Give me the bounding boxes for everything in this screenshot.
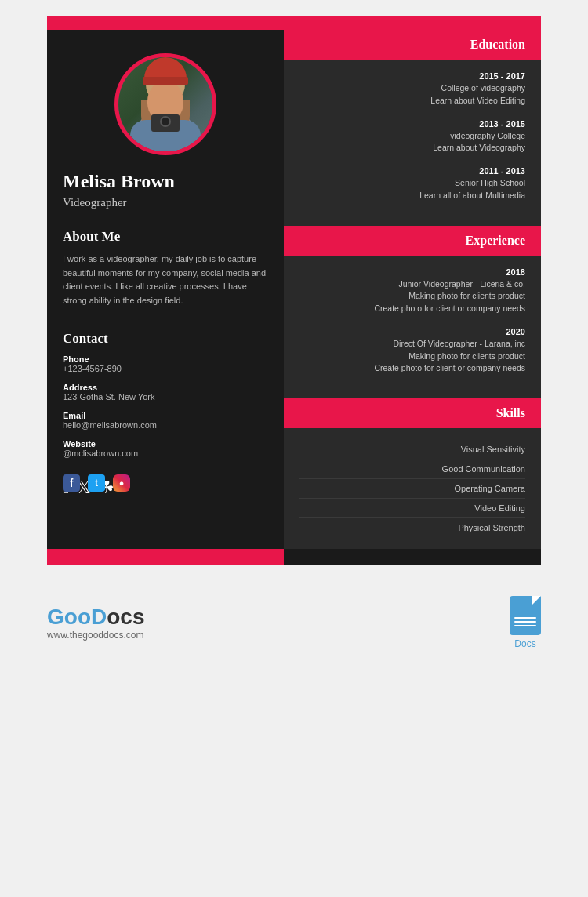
edu-desc-3: Senior High SchoolLearn all of about Mul… [299,177,525,202]
doc-line-2 [514,621,536,623]
contact-section: Contact Phone +123-4567-890 Address 123 … [63,331,268,458]
phone-value: +123-4567-890 [63,364,268,373]
exp-year-1: 2018 [299,267,525,277]
social-icons-row: f t ● [63,474,268,492]
footer-logo: GooDocs www.thegooddocs.com [47,605,144,641]
doc-icon-lines [514,617,536,629]
exp-entry-2: 2020 Direct Of Videographer - Larana, in… [299,327,525,375]
doc-line-1 [514,617,536,619]
edu-year-3: 2011 - 2013 [299,166,525,176]
resume-card: Melisa Brown Videographer About Me I wor… [47,16,541,565]
contact-title: Contact [63,331,268,347]
logo-ocs: ocs [107,605,144,629]
page-wrapper: Melisa Brown Videographer About Me I wor… [0,16,588,657]
experience-header: Experience [284,226,541,256]
profile-photo [114,53,216,155]
bottom-right-bar [284,549,541,565]
edu-year-2: 2013 - 2015 [299,119,525,129]
about-title: About Me [63,229,268,245]
doc-icon-shape [510,596,541,635]
edu-year-1: 2015 - 2017 [299,71,525,81]
bottom-section [47,549,541,565]
experience-title: Experience [466,234,525,247]
skill-2: Good Communication [299,459,525,479]
doc-line-3 [514,625,536,626]
exp-desc-2: Direct Of Videographer - Larana, incMaki… [299,338,525,375]
website-label: Website [63,439,268,448]
logo-d: D [91,605,107,629]
skills-content: Visual Sensitivity Good Communication Op… [284,428,541,549]
website-value: @mclisabrown.com [63,448,268,458]
contact-phone: Phone +123-4567-890 [63,354,268,373]
skill-4: Video Editing [299,499,525,518]
top-bar [47,16,541,30]
edu-desc-1: College of videographyLearn about Video … [299,82,525,107]
ig-icon[interactable]: ● [113,474,130,492]
footer-logo-text: GooDocs [47,605,144,630]
contact-address: Address 123 Gotha St. New York [63,383,268,401]
job-title: Videographer [63,196,268,209]
address-label: Address [63,383,268,392]
skill-5: Physical Strength [299,518,525,537]
about-text: I work as a videographer. my daily job i… [63,252,268,307]
address-value: 123 Gotha St. New York [63,392,268,401]
footer: GooDocs www.thegooddocs.com Docs [47,588,541,657]
phone-label: Phone [63,354,268,364]
skill-1: Visual Sensitivity [299,440,525,459]
edu-entry-3: 2011 - 2013 Senior High SchoolLearn all … [299,166,525,202]
education-content: 2015 - 2017 College of videographyLearn … [284,60,541,226]
footer-doc-icon-container: Docs [510,596,541,649]
email-label: Email [63,411,268,420]
skills-title: Skills [496,406,525,419]
left-column: Melisa Brown Videographer About Me I wor… [47,30,284,549]
education-title: Education [470,38,525,51]
exp-entry-1: 2018 Junior Videographer - Liceria & co.… [299,267,525,315]
skill-3: Operating Camera [299,479,525,499]
skills-header: Skills [284,398,541,428]
footer-url: www.thegooddocs.com [47,630,144,641]
edu-entry-1: 2015 - 2017 College of videographyLearn … [299,71,525,107]
email-value: hello@melisabrown.com [63,420,268,430]
contact-email: Email hello@melisabrown.com [63,411,268,430]
exp-desc-1: Junior Videographer - Liceria & co.Makin… [299,278,525,315]
contact-website: Website @mclisabrown.com [63,439,268,458]
right-column: Education 2015 - 2017 College of videogr… [284,30,541,549]
edu-desc-2: videography CollegeLearn about Videograp… [299,130,525,155]
bottom-left-bar [47,549,284,565]
edu-entry-2: 2013 - 2015 videography CollegeLearn abo… [299,119,525,155]
doc-label: Docs [514,638,535,649]
person-name: Melisa Brown [63,171,268,192]
main-content: Melisa Brown Videographer About Me I wor… [47,30,541,549]
education-header: Education [284,30,541,60]
tw-icon[interactable]: t [88,474,105,492]
experience-content: 2018 Junior Videographer - Liceria & co.… [284,256,541,399]
photo-placeholder [118,53,212,155]
exp-year-2: 2020 [299,327,525,336]
fb-icon[interactable]: f [63,474,80,492]
logo-colored: Goo [47,605,91,629]
photo-container [63,53,268,155]
